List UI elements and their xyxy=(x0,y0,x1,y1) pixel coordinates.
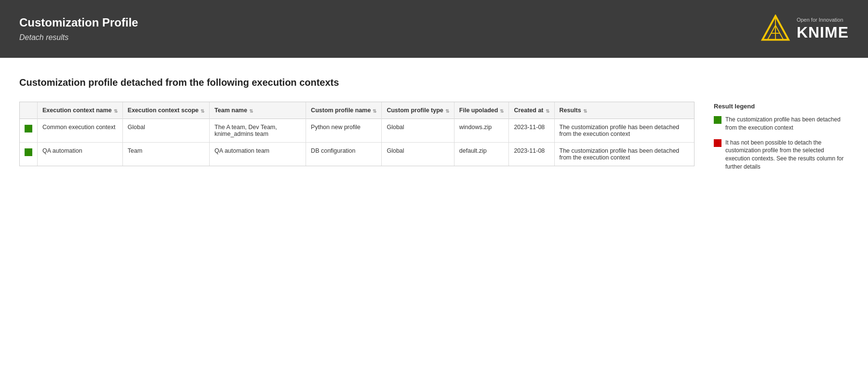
cell-execution-context-scope: Team xyxy=(122,143,209,166)
sort-icon: ⇅ xyxy=(445,109,449,114)
knime-logo: Open for Innovation KNIME xyxy=(797,17,849,41)
table-header-row: Execution context name ⇅ Execution conte… xyxy=(20,102,694,119)
main-content: Customization profile detached from the … xyxy=(0,58,868,197)
cell-results: The customization profile has been detac… xyxy=(554,119,694,143)
section-heading: Customization profile detached from the … xyxy=(19,77,849,88)
cell-created-at: 2023-11-08 xyxy=(509,119,554,143)
results-table: Execution context name ⇅ Execution conte… xyxy=(20,102,694,166)
sort-icon: ⇅ xyxy=(583,109,587,114)
legend-text-0: The customization profile has been detac… xyxy=(725,116,849,132)
sort-icon: ⇅ xyxy=(546,109,549,114)
legend-color-red xyxy=(714,139,721,147)
cell-team-name: QA automation team xyxy=(210,143,306,166)
knime-triangle-icon xyxy=(761,14,790,43)
results-table-container: Execution context name ⇅ Execution conte… xyxy=(19,102,694,166)
cell-execution-context-name: Common execution context xyxy=(38,119,123,143)
sort-icon: ⇅ xyxy=(373,109,376,114)
content-row: Execution context name ⇅ Execution conte… xyxy=(19,102,849,178)
col-custom-profile-type: Custom profile type ⇅ xyxy=(382,102,454,119)
header-left: Customization Profile Detach results xyxy=(19,16,138,42)
status-indicator-icon xyxy=(25,125,32,132)
col-team-name: Team name ⇅ xyxy=(210,102,306,119)
status-indicator-icon xyxy=(25,148,32,156)
cell-created-at: 2023-11-08 xyxy=(509,143,554,166)
col-file-uploaded: File upoladed ⇅ xyxy=(454,102,509,119)
cell-team-name: The A team, Dev Team, knime_admins team xyxy=(210,119,306,143)
legend-color-green xyxy=(714,116,721,124)
cell-custom-profile-type: Global xyxy=(382,143,454,166)
cell-custom-profile-type: Global xyxy=(382,119,454,143)
cell-file-uploaded: default.zip xyxy=(454,143,509,166)
sort-icon: ⇅ xyxy=(114,109,118,114)
sort-icon: ⇅ xyxy=(500,109,504,114)
status-cell xyxy=(20,119,38,143)
sort-icon: ⇅ xyxy=(249,109,253,114)
cell-results: The customization profile has been detac… xyxy=(554,143,694,166)
col-execution-context-name: Execution context name ⇅ xyxy=(38,102,123,119)
col-custom-profile-name: Custom profile name ⇅ xyxy=(306,102,382,119)
cell-execution-context-name: QA automation xyxy=(38,143,123,166)
page-header: Customization Profile Detach results Ope… xyxy=(0,0,868,58)
table-row: Common execution contextGlobalThe A team… xyxy=(20,119,694,143)
sort-icon: ⇅ xyxy=(200,109,204,114)
col-created-at: Created at ⇅ xyxy=(509,102,554,119)
cell-file-uploaded: windows.zip xyxy=(454,119,509,143)
knime-brand-name: KNIME xyxy=(797,24,849,41)
legend-item-green: The customization profile has been detac… xyxy=(714,116,849,132)
legend-item-red: It has not been possible to detach the c… xyxy=(714,139,849,171)
legend-text-1: It has not been possible to detach the c… xyxy=(725,139,849,171)
page-title: Customization Profile xyxy=(19,16,138,29)
result-legend: Result legend The customization profile … xyxy=(714,102,849,178)
page-subtitle: Detach results xyxy=(19,33,138,42)
status-cell xyxy=(20,143,38,166)
knime-tagline: Open for Innovation xyxy=(797,17,843,23)
col-status xyxy=(20,102,38,119)
table-row: QA automationTeamQA automation teamDB co… xyxy=(20,143,694,166)
cell-custom-profile-name: Python new profile xyxy=(306,119,382,143)
cell-execution-context-scope: Global xyxy=(122,119,209,143)
col-execution-context-scope: Execution context scope ⇅ xyxy=(122,102,209,119)
legend-title: Result legend xyxy=(714,103,849,110)
col-results: Results ⇅ xyxy=(554,102,694,119)
header-right: Open for Innovation KNIME xyxy=(761,14,849,43)
cell-custom-profile-name: DB configuration xyxy=(306,143,382,166)
